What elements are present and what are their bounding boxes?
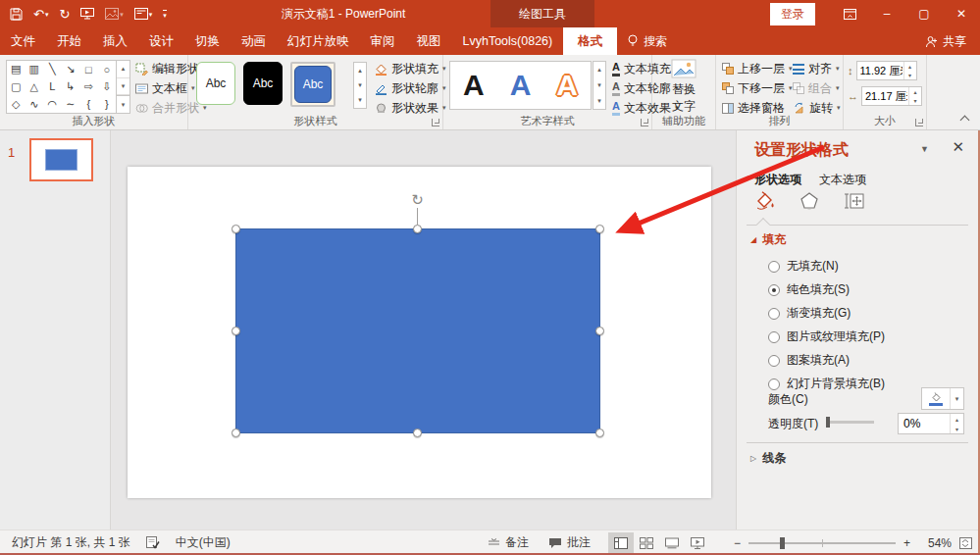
line-section-header[interactable]: ▷ 线条 <box>750 450 786 467</box>
slideshow-view-button[interactable] <box>685 532 710 554</box>
shape-gallery-item[interactable]: △ <box>26 78 44 96</box>
save-icon[interactable] <box>10 8 23 21</box>
scroll-down-icon[interactable]: ▾ <box>593 77 605 93</box>
panel-tab-shape-options[interactable]: 形状选项 <box>754 172 801 188</box>
spin-up-icon[interactable]: ▴ <box>951 414 963 424</box>
customize-qat-button[interactable]: ▾ <box>163 10 167 19</box>
transparency-slider-thumb[interactable] <box>826 417 830 428</box>
shape-gallery-item[interactable]: ▥ <box>26 61 44 78</box>
shape-gallery-item[interactable]: L <box>43 78 62 96</box>
fit-slide-to-window-button[interactable] <box>959 537 972 549</box>
shape-gallery-item[interactable]: ◠ <box>43 95 62 113</box>
slide-sorter-view-button[interactable] <box>634 532 659 554</box>
shape-gallery-item[interactable]: ▢ <box>7 78 26 96</box>
zoom-percentage[interactable]: 54% <box>918 536 952 550</box>
shape-gallery-item[interactable]: ⇩ <box>98 78 117 96</box>
fill-section-header[interactable]: ◢ 填充 <box>750 231 786 248</box>
size-properties-icon[interactable] <box>843 191 864 211</box>
scroll-up-icon[interactable]: ▴ <box>593 62 605 77</box>
resize-handle-bottom-right[interactable] <box>595 429 604 437</box>
maximize-button[interactable]: ▢ <box>905 0 943 27</box>
tab-home[interactable]: 开始 <box>46 27 92 55</box>
panel-menu-icon[interactable]: ▼ <box>920 144 929 154</box>
resize-handle-top-right[interactable] <box>595 225 604 233</box>
shape-gallery-item[interactable]: ○ <box>98 61 117 78</box>
spin-down-icon[interactable]: ▾ <box>909 96 921 105</box>
resize-handle-top-center[interactable] <box>413 225 422 233</box>
gallery-more-icon[interactable]: ▾ <box>354 93 366 108</box>
resize-handle-middle-right[interactable] <box>595 327 604 335</box>
wordart-scrollbar[interactable]: ▴ ▾ ▾ <box>593 61 606 110</box>
shape-gallery-item[interactable]: { <box>79 95 98 113</box>
size-dialog-launcher[interactable] <box>915 119 923 126</box>
tab-view[interactable]: 视图 <box>406 27 452 55</box>
slide-layout-button[interactable]: ▾ <box>134 8 153 20</box>
panel-tab-text-options[interactable]: 文本选项 <box>819 172 866 188</box>
shape-gallery-item[interactable]: ∼ <box>62 95 80 113</box>
tab-transitions[interactable]: 切换 <box>184 27 231 55</box>
wordart-preset-black[interactable]: A <box>463 71 485 100</box>
comments-button[interactable]: 批注 <box>539 534 600 551</box>
shape-style-preset-outline[interactable]: Abc <box>196 62 235 105</box>
start-slideshow-button[interactable] <box>80 8 94 20</box>
tab-insert[interactable]: 插入 <box>92 27 138 55</box>
shape-gallery-item[interactable]: □ <box>79 61 98 78</box>
collapse-ribbon-button[interactable] <box>958 112 972 126</box>
resize-handle-middle-left[interactable] <box>232 327 240 335</box>
zoom-out-button[interactable]: − <box>734 536 741 550</box>
language-indicator[interactable]: 中文(中国) <box>176 534 231 551</box>
tab-file[interactable]: 文件 <box>0 27 46 55</box>
transparency-slider[interactable] <box>827 421 874 424</box>
spell-check-icon[interactable] <box>146 536 160 549</box>
zoom-slider-thumb[interactable] <box>780 537 785 549</box>
shape-gallery-item[interactable]: ↳ <box>62 78 80 96</box>
spin-down-icon[interactable]: ▾ <box>951 424 963 433</box>
undo-button[interactable]: ↶▾ <box>33 8 48 21</box>
slide-thumbnail[interactable] <box>29 138 93 181</box>
shape-height-input[interactable] <box>857 62 903 79</box>
share-button[interactable]: 共享 <box>911 27 980 55</box>
transparency-spinner[interactable]: ▴▾ <box>898 413 964 434</box>
fill-and-line-icon[interactable] <box>754 191 776 211</box>
redo-button[interactable]: ↻ <box>59 8 70 21</box>
tab-format[interactable]: 格式 <box>563 27 617 55</box>
shape-gallery-scrollbar[interactable]: ▴ ▾ ▾ <box>117 60 130 114</box>
bring-forward-button[interactable]: 上移一层▾ <box>722 59 793 78</box>
transparency-input[interactable] <box>899 414 944 433</box>
shape-style-preset-selected[interactable]: Abc <box>290 62 335 107</box>
panel-close-icon[interactable]: ✕ <box>952 138 964 156</box>
shape-gallery-item[interactable]: ∿ <box>26 95 44 113</box>
spin-up-icon[interactable]: ▴ <box>909 87 921 96</box>
scroll-up-icon[interactable]: ▴ <box>117 61 129 78</box>
gallery-more-icon[interactable]: ▾ <box>117 95 129 113</box>
wordart-dialog-launcher[interactable] <box>641 119 648 126</box>
fill-color-button[interactable]: ▾ <box>921 387 964 410</box>
reading-view-button[interactable] <box>659 532 685 554</box>
zoom-in-button[interactable]: + <box>903 536 910 550</box>
shape-gallery-item[interactable]: ╲ <box>43 61 62 78</box>
notes-button[interactable]: 备注 <box>478 534 539 551</box>
minimize-button[interactable]: – <box>868 0 905 27</box>
tab-design[interactable]: 设计 <box>138 27 184 55</box>
resize-handle-top-left[interactable] <box>232 225 240 233</box>
slide-counter[interactable]: 幻灯片 第 1 张, 共 1 张 <box>12 534 130 551</box>
alt-text-button[interactable]: 替换 文字 <box>652 59 715 114</box>
shape-width-input[interactable] <box>862 87 907 105</box>
shape-outline-button[interactable]: 形状轮廓▾ <box>375 78 446 98</box>
send-backward-button[interactable]: 下移一层▾ <box>722 78 793 98</box>
fill-color-dropdown-icon[interactable]: ▾ <box>950 388 963 409</box>
wordart-preset-blue[interactable]: A <box>510 71 532 100</box>
close-button[interactable]: ✕ <box>943 0 980 27</box>
resize-handle-bottom-left[interactable] <box>232 429 240 437</box>
ribbon-display-options-button[interactable] <box>831 0 868 27</box>
spin-up-icon[interactable]: ▴ <box>904 62 916 71</box>
tab-animations[interactable]: 动画 <box>231 27 277 55</box>
shape-gallery-item[interactable]: ↘ <box>62 61 80 78</box>
shape-height-spinner[interactable]: ▴▾ <box>856 61 917 80</box>
normal-view-button[interactable] <box>608 532 634 554</box>
shape-width-spinner[interactable]: ▴▾ <box>861 86 922 106</box>
tab-slideshow[interactable]: 幻灯片放映 <box>277 27 360 55</box>
zoom-slider[interactable] <box>748 542 896 544</box>
effects-icon[interactable] <box>799 191 819 211</box>
radio-gradient-fill[interactable]: 渐变填充(G) <box>768 305 851 322</box>
